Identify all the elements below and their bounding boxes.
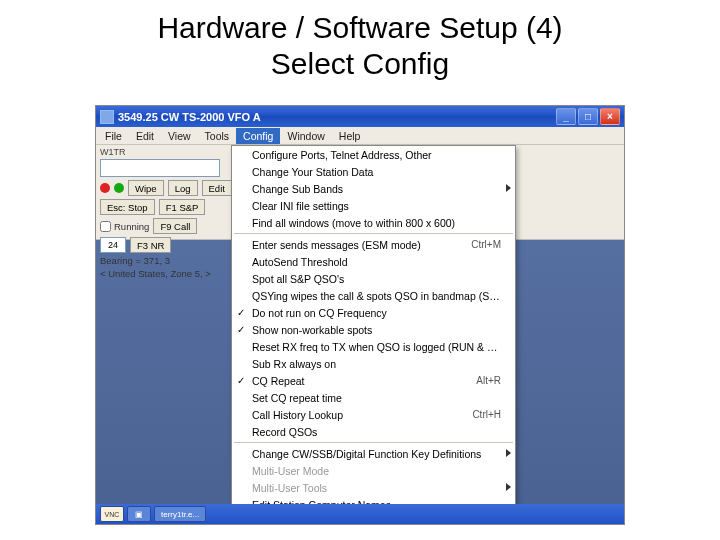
running-label: Running — [114, 221, 149, 232]
menu-qsying-wipes[interactable]: QSYing wipes the call & spots QSO in ban… — [232, 287, 515, 304]
menu-multi-user-mode: Multi-User Mode — [232, 462, 515, 479]
menu-sub-rx-always[interactable]: Sub Rx always on — [232, 355, 515, 372]
menu-reset-rx-freq[interactable]: Reset RX freq to TX when QSO is logged (… — [232, 338, 515, 355]
edit-button[interactable]: Edit — [202, 180, 232, 196]
slide-title-line2: Select Config — [0, 46, 720, 82]
taskbar-vnc-button[interactable]: VNC — [100, 506, 124, 522]
chevron-right-icon — [506, 483, 511, 491]
app-window: 3549.25 CW TS-2000 VFO A _ □ × File Edit… — [95, 105, 625, 525]
callsign-input[interactable] — [100, 159, 220, 177]
wipe-button[interactable]: Wipe — [128, 180, 164, 196]
menu-tools[interactable]: Tools — [198, 128, 237, 144]
check-icon: ✓ — [237, 324, 245, 335]
menu-spot-sp-qsos[interactable]: Spot all S&P QSO's — [232, 270, 515, 287]
menu-find-windows[interactable]: Find all windows (move to within 800 x 6… — [232, 214, 515, 231]
menu-record-qsos[interactable]: Record QSOs — [232, 423, 515, 440]
running-checkbox[interactable] — [100, 221, 111, 232]
taskbar: VNC ▣ terry1tr.e... — [96, 504, 624, 524]
titlebar[interactable]: 3549.25 CW TS-2000 VFO A _ □ × — [96, 106, 624, 127]
slide-title-line1: Hardware / Software Setup (4) — [0, 10, 720, 46]
f9-call-button[interactable]: F9 Call — [153, 218, 197, 234]
f1-sp-button[interactable]: F1 S&P — [159, 199, 206, 215]
menu-file[interactable]: File — [98, 128, 129, 144]
close-button[interactable]: × — [600, 108, 620, 125]
running-checkbox-row[interactable]: Running — [100, 221, 149, 232]
app-icon — [100, 110, 114, 124]
rx-indicator-icon — [114, 183, 124, 193]
log-button[interactable]: Log — [168, 180, 198, 196]
chevron-right-icon — [506, 449, 511, 457]
taskbar-doc-button[interactable]: terry1tr.e... — [154, 506, 206, 522]
menu-call-history-lookup[interactable]: Call History LookupCtrl+H — [232, 406, 515, 423]
menu-no-run-cq-freq[interactable]: ✓Do not run on CQ Frequency — [232, 304, 515, 321]
menu-esm-mode[interactable]: Enter sends messages (ESM mode)Ctrl+M — [232, 236, 515, 253]
menubar: File Edit View Tools Config Window Help — [96, 127, 624, 145]
menu-change-station-data[interactable]: Change Your Station Data — [232, 163, 515, 180]
slide-title: Hardware / Software Setup (4) Select Con… — [0, 10, 720, 82]
menu-edit[interactable]: Edit — [129, 128, 161, 144]
minimize-button[interactable]: _ — [556, 108, 576, 125]
menu-change-sub-bands[interactable]: Change Sub Bands — [232, 180, 515, 197]
window-title: 3549.25 CW TS-2000 VFO A — [118, 111, 554, 123]
menu-multi-user-tools: Multi-User Tools — [232, 479, 515, 496]
menu-cq-repeat[interactable]: ✓CQ RepeatAlt+R — [232, 372, 515, 389]
menu-view[interactable]: View — [161, 128, 198, 144]
menu-show-nonworkable[interactable]: ✓Show non-workable spots — [232, 321, 515, 338]
maximize-button[interactable]: □ — [578, 108, 598, 125]
menu-config[interactable]: Config — [236, 128, 280, 144]
menu-autosend-threshold[interactable]: AutoSend Threshold — [232, 253, 515, 270]
f3-button[interactable]: F3 NR — [130, 237, 171, 253]
taskbar-app-button[interactable]: ▣ — [127, 506, 151, 522]
chevron-right-icon — [506, 184, 511, 192]
menu-separator — [234, 233, 513, 234]
menu-help[interactable]: Help — [332, 128, 368, 144]
check-icon: ✓ — [237, 307, 245, 318]
menu-window[interactable]: Window — [280, 128, 331, 144]
menu-change-fkey-defs[interactable]: Change CW/SSB/Digital Function Key Defin… — [232, 445, 515, 462]
cw-speed-input[interactable] — [100, 237, 126, 253]
esc-stop-button[interactable]: Esc: Stop — [100, 199, 155, 215]
config-dropdown-menu: Configure Ports, Telnet Address, Other C… — [231, 145, 516, 525]
menu-configure-ports[interactable]: Configure Ports, Telnet Address, Other — [232, 146, 515, 163]
menu-clear-ini[interactable]: Clear INI file settings — [232, 197, 515, 214]
menu-separator — [234, 442, 513, 443]
check-icon: ✓ — [237, 375, 245, 386]
tx-indicator-icon — [100, 183, 110, 193]
menu-set-cq-repeat-time[interactable]: Set CQ repeat time — [232, 389, 515, 406]
